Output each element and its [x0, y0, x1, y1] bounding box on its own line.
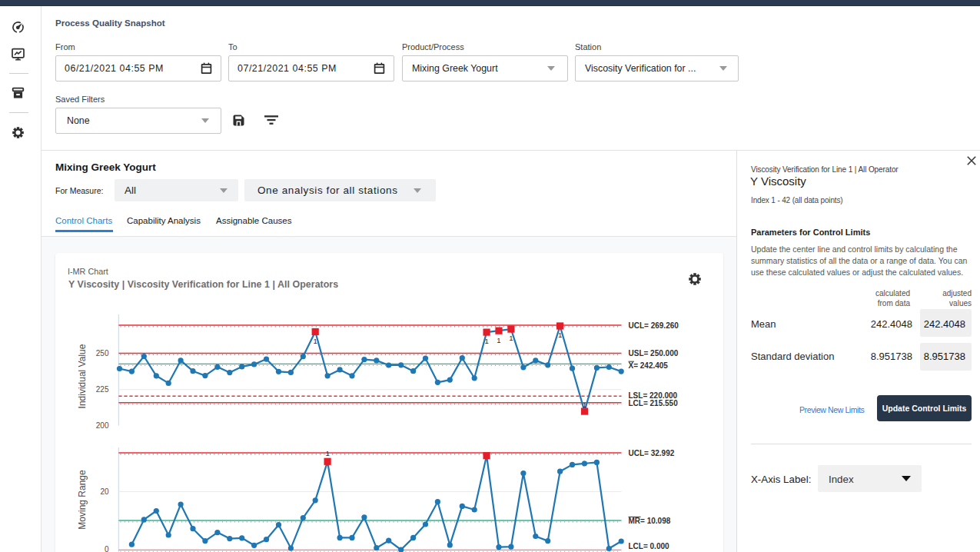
svg-text:UCL= 32.992: UCL= 32.992	[629, 449, 675, 457]
svg-text:1: 1	[484, 337, 488, 345]
svg-text:UCL= 269.260: UCL= 269.260	[629, 321, 679, 330]
svg-text:LCL= 215.550: LCL= 215.550	[629, 399, 679, 407]
svg-text:Moving Range: Moving Range	[77, 470, 88, 530]
svg-text:USL= 250.000: USL= 250.000	[629, 349, 679, 357]
svg-text:20: 20	[100, 487, 109, 496]
svg-text:1: 1	[497, 336, 500, 344]
svg-text:MR= 10.098: MR= 10.098	[629, 517, 671, 525]
svg-text:1: 1	[558, 331, 562, 339]
svg-text:1: 1	[314, 337, 317, 345]
svg-text:Individual Value: Individual Value	[77, 344, 88, 408]
svg-text:1: 1	[509, 334, 513, 342]
svg-text:1: 1	[325, 449, 329, 457]
svg-text:1: 1	[583, 401, 586, 409]
svg-text:0: 0	[105, 545, 109, 552]
svg-text:LCL= 0.000: LCL= 0.000	[629, 542, 670, 550]
svg-text:200: 200	[96, 421, 109, 430]
svg-text:250: 250	[96, 349, 109, 357]
svg-text:X= 242.405: X= 242.405	[629, 361, 669, 370]
svg-text:225: 225	[96, 385, 109, 394]
